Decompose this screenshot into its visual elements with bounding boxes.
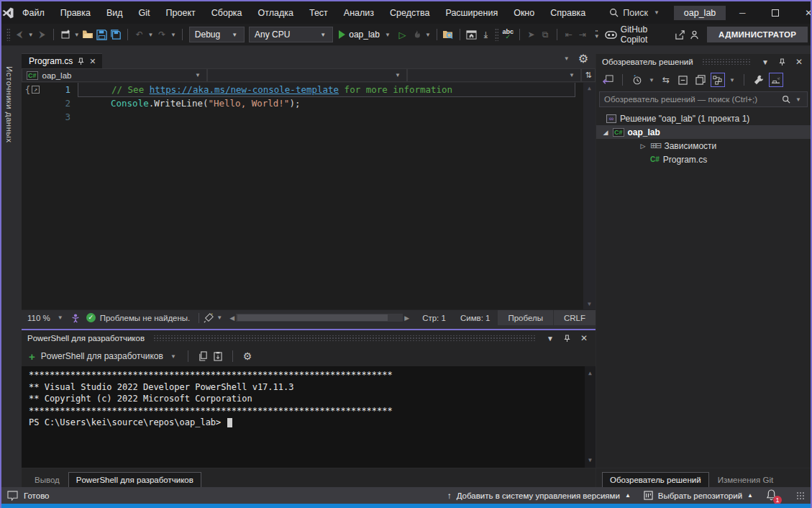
undo-icon[interactable]: ↶: [132, 27, 147, 42]
properties-wrench-icon[interactable]: [752, 73, 766, 87]
code-line[interactable]: 3: [22, 110, 596, 124]
select-repository-button[interactable]: Выбрать репозиторий ▲: [644, 491, 753, 500]
chevron-down-icon[interactable]: ▼: [424, 32, 432, 38]
accessibility-icon[interactable]: [70, 313, 81, 323]
open-folder-icon[interactable]: [81, 27, 96, 42]
expander-collapsed-icon[interactable]: ▷: [639, 142, 647, 150]
pin-icon[interactable]: [78, 58, 84, 65]
close-tab-icon[interactable]: ✕: [89, 57, 96, 66]
start-without-debugging-icon[interactable]: ▷: [396, 27, 410, 42]
tab-program-cs[interactable]: Program.cs ✕: [22, 53, 102, 68]
pin-icon[interactable]: [562, 335, 572, 343]
pending-changes-filter-icon[interactable]: [630, 73, 644, 87]
expander-expanded-icon[interactable]: ◢: [602, 129, 609, 136]
scroll-up-icon[interactable]: ▲: [588, 85, 591, 91]
window-position-chevron-icon[interactable]: ▼: [544, 335, 556, 343]
menu-item[interactable]: Средства: [382, 1, 437, 24]
scroll-right-icon[interactable]: ▶: [404, 314, 409, 322]
project-dropdown[interactable]: C# oap_lab ▼: [22, 68, 207, 82]
hot-reload-icon[interactable]: [409, 27, 424, 42]
close-panel-icon[interactable]: ✕: [578, 333, 590, 343]
scroll-left-icon[interactable]: ◀: [229, 314, 234, 322]
chevron-down-icon[interactable]: ▼: [647, 77, 656, 83]
problems-indicator[interactable]: ✓ Проблемы не найдены.: [81, 313, 196, 322]
split-editor-button[interactable]: ⇅: [581, 68, 596, 82]
redo-icon[interactable]: ↷: [155, 27, 169, 42]
resize-grip[interactable]: [796, 491, 805, 500]
window-position-chevron-icon[interactable]: ▼: [759, 58, 771, 66]
editor-horizontal-scrollbar[interactable]: ◀ ▶: [229, 314, 409, 322]
eol-indicator[interactable]: CRLF: [553, 310, 596, 325]
scroll-to-definition-icon[interactable]: ⤓: [479, 27, 493, 42]
menu-item[interactable]: Проект: [158, 1, 204, 24]
type-dropdown[interactable]: ▼: [207, 68, 407, 82]
search-control[interactable]: Поиск ▼: [602, 8, 668, 18]
send-feedback-icon[interactable]: [688, 27, 702, 42]
spell-check-icon[interactable]: abc ✓: [501, 27, 515, 42]
tab-list-chevron-icon[interactable]: ▼: [562, 55, 571, 62]
sync-with-active-document-icon[interactable]: ⇆: [659, 73, 673, 87]
increase-indent-icon[interactable]: ⇥: [575, 27, 590, 42]
menu-item[interactable]: Git: [131, 1, 158, 24]
github-copilot-icon[interactable]: [603, 27, 618, 42]
show-all-files-icon[interactable]: [693, 73, 708, 87]
panel-tab[interactable]: Изменения Git: [711, 473, 780, 487]
menu-item[interactable]: Отладка: [250, 1, 301, 24]
menu-item[interactable]: Анализ: [336, 1, 382, 24]
scroll-up-icon[interactable]: ▲: [588, 368, 592, 380]
collapse-all-icon[interactable]: [676, 73, 690, 87]
new-terminal-icon[interactable]: +: [29, 350, 35, 363]
navigate-back-icon[interactable]: ⮜: [12, 27, 27, 42]
save-all-icon[interactable]: [109, 27, 124, 42]
copy-structure-icon[interactable]: ⧉: [538, 27, 552, 42]
chevron-down-icon[interactable]: ▼: [147, 32, 155, 38]
menu-item[interactable]: Окно: [506, 1, 542, 24]
chevron-down-icon[interactable]: ▼: [728, 77, 736, 83]
preview-selected-items-icon[interactable]: [769, 73, 783, 87]
panel-tab[interactable]: Вывод: [27, 473, 67, 487]
panel-drag-area[interactable]: [153, 335, 536, 341]
copy-icon[interactable]: [199, 351, 208, 361]
platform-select[interactable]: Any CPU ▼: [249, 27, 333, 42]
menu-item[interactable]: Файл: [14, 1, 53, 24]
github-copilot-label[interactable]: GitHub Copilot: [618, 24, 673, 45]
pin-icon[interactable]: [777, 58, 788, 66]
maximize-button[interactable]: [759, 1, 792, 24]
code-text[interactable]: Console.WriteLine("Hello, World!");: [78, 96, 575, 110]
data-sources-side-tab[interactable]: Источники данных: [1, 46, 22, 487]
scroll-down-icon[interactable]: ▼: [588, 301, 591, 307]
menu-item[interactable]: Правка: [53, 1, 99, 24]
chevron-down-icon[interactable]: ▼: [215, 314, 224, 321]
solution-home-icon[interactable]: [465, 27, 479, 42]
spaces-indicator[interactable]: Пробелы: [497, 310, 553, 325]
add-to-source-control-button[interactable]: ↑ Добавить в систему управления версиями…: [447, 491, 631, 500]
feedback-smiley-icon[interactable]: [7, 491, 18, 501]
code-line[interactable]: 2Console.WriteLine("Hello, World!");: [22, 96, 596, 110]
tree-item[interactable]: ◢C#oap_lab: [596, 125, 811, 139]
share-icon[interactable]: [673, 27, 688, 42]
toolbar-drag-grip[interactable]: [6, 28, 10, 41]
start-debugging-button[interactable]: oap_lab ▼: [335, 27, 396, 42]
solution-explorer-header[interactable]: Обозреватель решений ▼ ✕: [596, 54, 811, 70]
shell-selector[interactable]: PowerShell для разработчиков: [41, 351, 163, 361]
quick-actions-icon[interactable]: ↗: [32, 86, 40, 94]
zoom-select[interactable]: 110 % ▼: [22, 314, 70, 322]
terminal-settings-gear-icon[interactable]: ⚙: [243, 350, 252, 362]
code-text[interactable]: // See https://aka.ms/new-console-templa…: [78, 83, 575, 97]
code-line[interactable]: {↗1// See https://aka.ms/new-console-tem…: [22, 83, 596, 96]
tree-item[interactable]: ∞Решение "oap_lab" (1 проекта 1): [596, 112, 811, 125]
terminal-output[interactable]: ****************************************…: [22, 366, 596, 468]
toggle-comment-icon[interactable]: ''▼: [590, 27, 604, 42]
scroll-down-icon[interactable]: ▼: [588, 455, 592, 467]
close-panel-icon[interactable]: ✕: [793, 57, 805, 67]
chevron-down-icon[interactable]: ▼: [27, 32, 35, 38]
close-button[interactable]: ✕: [792, 1, 812, 24]
scrollbar-thumb[interactable]: [237, 314, 388, 321]
menu-item[interactable]: Вид: [99, 1, 131, 24]
paste-icon[interactable]: [214, 351, 222, 361]
code-cleanup-icon[interactable]: [202, 313, 215, 323]
panel-tab[interactable]: Обозреватель решений: [602, 472, 709, 487]
tree-item[interactable]: C#Program.cs: [596, 153, 811, 166]
terminal-vertical-scrollbar[interactable]: ▲ ▼: [585, 366, 596, 468]
notifications-bell-icon[interactable]: 1: [766, 489, 779, 502]
